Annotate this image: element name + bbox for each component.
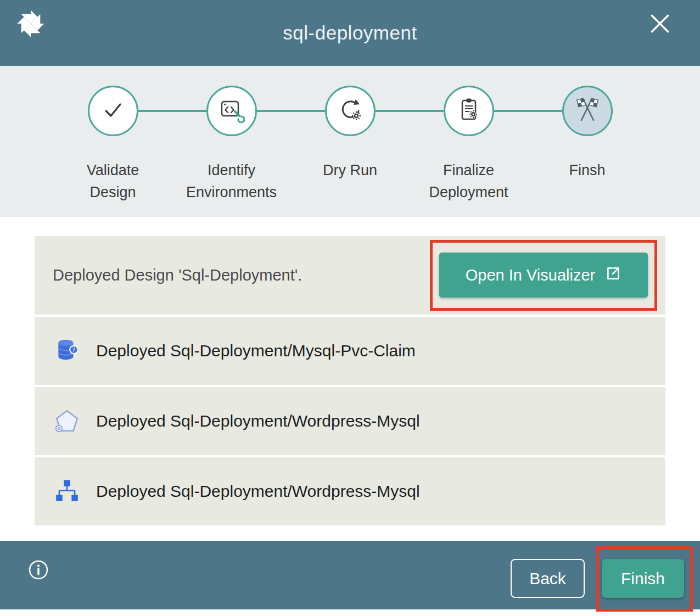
result-message: Deployed Sql-Deployment/Mysql-Pvc-Claim bbox=[96, 341, 416, 360]
step-finalize-deployment: Finalize Deployment bbox=[410, 86, 528, 217]
step-circle-identify-environments[interactable] bbox=[206, 86, 257, 136]
deployed-design-message: Deployed Design 'Sql-Deployment'. bbox=[53, 266, 302, 284]
code-wrench-icon bbox=[219, 97, 245, 125]
step-dry-run: Dry Run bbox=[291, 86, 410, 217]
hierarchy-icon bbox=[53, 478, 81, 505]
bottom-margin bbox=[0, 609, 700, 616]
modal-header: sql-deployment bbox=[0, 0, 700, 66]
step-circle-dry-run[interactable] bbox=[325, 86, 376, 136]
result-row-wordpress-mysql-1: Deployed Sql-Deployment/Wordpress-Mysql bbox=[35, 387, 665, 455]
database-icon: ? bbox=[53, 337, 81, 365]
result-row-mysql-pvc-claim: ? Deployed Sql-Deployment/Mysql-Pvc-Clai… bbox=[35, 317, 665, 385]
step-label: Finalize Deployment bbox=[429, 159, 508, 203]
meshery-logo-icon[interactable] bbox=[15, 8, 46, 39]
deployment-stepper: Validate Design Identify Environments bbox=[0, 66, 700, 217]
svg-text:?: ? bbox=[72, 346, 76, 354]
open-in-visualizer-button[interactable]: Open In Visualizer bbox=[439, 253, 648, 298]
modal-title: sql-deployment bbox=[283, 22, 417, 44]
results-panel: Deployed Design 'Sql-Deployment'. Open I… bbox=[0, 217, 700, 541]
pentagon-icon bbox=[53, 407, 81, 435]
step-identify-environments: Identify Environments bbox=[172, 86, 291, 217]
external-link-icon bbox=[605, 265, 621, 285]
info-icon[interactable] bbox=[27, 559, 49, 581]
step-circle-finish[interactable] bbox=[562, 86, 613, 136]
back-button[interactable]: Back bbox=[511, 559, 585, 598]
modal-footer: Back Finish bbox=[0, 541, 700, 609]
deployed-design-row: Deployed Design 'Sql-Deployment'. Open I… bbox=[35, 236, 665, 315]
step-circle-validate-design[interactable] bbox=[88, 86, 138, 136]
step-label: Validate Design bbox=[87, 159, 139, 203]
step-circle-finalize-deployment[interactable] bbox=[444, 86, 494, 136]
step-label: Dry Run bbox=[323, 159, 377, 181]
step-finish: Finsh bbox=[528, 86, 647, 217]
step-label: Finsh bbox=[569, 159, 605, 181]
clipboard-gear-icon bbox=[456, 97, 482, 125]
open-in-visualizer-label: Open In Visualizer bbox=[466, 266, 595, 284]
step-label: Identify Environments bbox=[186, 159, 277, 203]
step-validate-design: Validate Design bbox=[54, 86, 172, 217]
result-message: Deployed Sql-Deployment/Wordpress-Mysql bbox=[96, 412, 420, 430]
check-icon bbox=[100, 97, 126, 125]
result-message: Deployed Sql-Deployment/Wordpress-Mysql bbox=[96, 482, 420, 501]
checkered-flags-icon bbox=[574, 97, 601, 125]
finish-button[interactable]: Finish bbox=[602, 559, 684, 598]
result-row-wordpress-mysql-2: Deployed Sql-Deployment/Wordpress-Mysql bbox=[35, 457, 665, 525]
dry-run-icon bbox=[337, 97, 363, 125]
close-icon[interactable] bbox=[648, 12, 671, 35]
